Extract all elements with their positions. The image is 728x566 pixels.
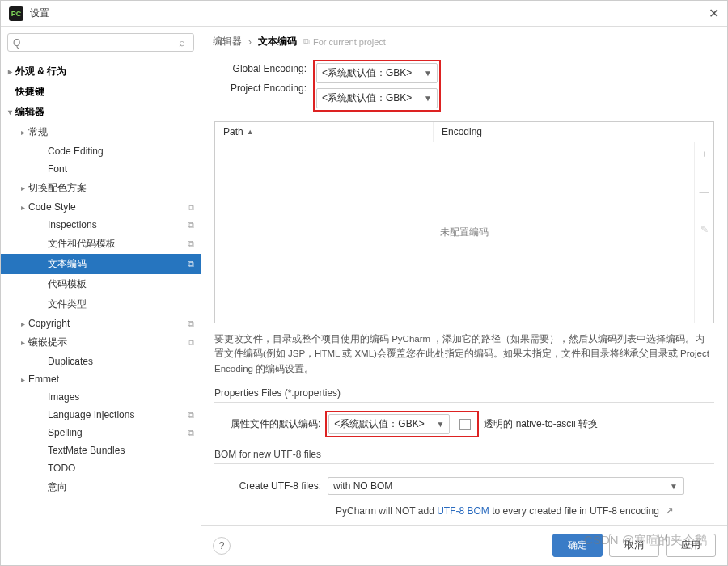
tree-item[interactable]: Duplicates	[1, 353, 201, 370]
scope-badge-icon: ⧉	[188, 202, 194, 213]
apply-button[interactable]: 应用	[666, 534, 716, 557]
encoding-highlight-box: <系统默认值：GBK> ▼ <系统默认值：GBK> ▼	[313, 60, 441, 112]
tree-item[interactable]: Inspections⧉	[1, 216, 201, 234]
tree-item[interactable]: 快捷键	[1, 82, 201, 102]
tree-item-label: Images	[48, 391, 194, 403]
tree-item-label: Spelling	[48, 427, 184, 438]
scope-badge-icon: ⧉	[188, 259, 194, 269]
tree-item[interactable]: ▸外观 & 行为	[1, 61, 201, 82]
tree-item[interactable]: ▸镶嵌提示⧉	[1, 332, 201, 353]
bom-note: PyCharm will NOT add UTF-8 BOM to every …	[214, 500, 714, 517]
tree-item[interactable]: 意向	[1, 477, 201, 497]
properties-highlight-box: <系统默认值：GBK> ▼	[325, 411, 479, 437]
tree-item-label: Copyright	[28, 318, 184, 329]
chevron-down-icon: ▼	[431, 420, 444, 429]
tree-item-label: 快捷键	[15, 85, 194, 99]
scope-badge-icon: ⧉	[188, 428, 194, 438]
remove-icon[interactable]: —	[700, 187, 709, 198]
tree-item-label: TODO	[48, 463, 194, 474]
project-encoding-label: Project Encoding:	[214, 82, 307, 94]
tree-item-label: Language Injections	[48, 409, 184, 420]
breadcrumb-current: 文本编码	[258, 35, 297, 49]
tree-item-label: 代码模板	[48, 277, 194, 291]
utf8-bom-link[interactable]: UTF-8 BOM	[437, 505, 489, 517]
tree-item-label: 文本编码	[48, 257, 184, 271]
breadcrumb-sep: ›	[248, 36, 252, 48]
tree-item[interactable]: ▸切换配色方案	[1, 178, 201, 198]
content-panel: 编辑器 › 文本编码 ⧉ For current project Global …	[201, 27, 727, 565]
project-encoding-dropdown[interactable]: <系统默认值：GBK> ▼	[316, 88, 438, 108]
tree-item[interactable]: ▸Copyright⧉	[1, 315, 201, 332]
tree-item[interactable]: Images	[1, 388, 201, 406]
tree-item[interactable]: 文件类型	[1, 294, 201, 315]
add-icon[interactable]: ＋	[700, 147, 709, 161]
create-utf8-dropdown[interactable]: with NO BOM ▼	[328, 477, 684, 495]
tree-item[interactable]: ▸Emmet	[1, 370, 201, 388]
tree-arrow-icon: ▸	[17, 319, 28, 328]
tree-item[interactable]: Code Editing	[1, 142, 201, 160]
search-input[interactable]	[23, 37, 179, 49]
tree-item-label: 常规	[28, 125, 194, 139]
edit-icon[interactable]: ✎	[700, 224, 709, 235]
scope-badge-icon: ⧉	[188, 337, 194, 348]
tree-item-label: 文件和代码模板	[48, 237, 184, 251]
tree-item-label: 文件类型	[48, 298, 194, 311]
scope-badge-icon: ⧉	[188, 220, 194, 230]
scope-badge-icon: ⧉	[188, 239, 194, 249]
titlebar: PC 设置 ✕	[1, 1, 727, 27]
close-icon[interactable]: ✕	[709, 6, 719, 21]
tree-item[interactable]: Spelling⧉	[1, 424, 201, 441]
cancel-button[interactable]: 取消	[609, 534, 659, 557]
tree-item[interactable]: ▸常规	[1, 122, 201, 142]
path-column-header[interactable]: Path ▲	[215, 122, 434, 142]
tree-item[interactable]: TODO	[1, 459, 201, 477]
properties-encoding-dropdown[interactable]: <系统默认值：GBK> ▼	[328, 414, 450, 434]
tree-item[interactable]: Language Injections⧉	[1, 406, 201, 424]
tree-item-label: Inspections	[48, 219, 184, 230]
create-utf8-label: Create UTF-8 files:	[231, 480, 328, 492]
breadcrumb-parent[interactable]: 编辑器	[213, 35, 242, 49]
help-icon[interactable]: ?	[213, 537, 231, 555]
app-icon: PC	[9, 6, 23, 21]
tree-item-label: TextMate Bundles	[48, 445, 194, 456]
tree-arrow-icon: ▸	[17, 203, 28, 212]
tree-item[interactable]: Font	[1, 160, 201, 178]
tree-item[interactable]: 文本编码⧉	[1, 254, 201, 274]
tree-item-label: 切换配色方案	[28, 181, 194, 195]
tree-arrow-icon: ▸	[17, 128, 28, 137]
encoding-table: Path ▲ Encoding 未配置编码 ＋ — ✎	[214, 121, 714, 323]
tree-item[interactable]: TextMate Bundles	[1, 441, 201, 459]
ok-button[interactable]: 确定	[552, 534, 603, 557]
chevron-down-icon: ▼	[419, 94, 432, 103]
tree-item-label: Code Editing	[48, 146, 194, 157]
external-link-icon[interactable]: ↗	[665, 505, 674, 517]
window-title: 设置	[30, 6, 49, 20]
tree-item-label: Emmet	[28, 374, 194, 385]
sidebar: Q ⌕ ▸外观 & 行为快捷键▾编辑器▸常规Code EditingFont▸切…	[1, 27, 201, 565]
native-to-ascii-checkbox[interactable]	[459, 419, 471, 430]
chevron-down-icon: ▼	[419, 69, 432, 78]
tree-item[interactable]: ▸Code Style⧉	[1, 198, 201, 216]
tree-item[interactable]: 文件和代码模板⧉	[1, 234, 201, 254]
tree-item-label: 编辑器	[15, 105, 194, 119]
search-input-wrapper[interactable]: Q ⌕	[7, 33, 194, 52]
bom-group-label: BOM for new UTF-8 files	[214, 449, 714, 460]
breadcrumb: 编辑器 › 文本编码 ⧉ For current project	[201, 27, 727, 53]
empty-table-text: 未配置编码	[440, 226, 489, 239]
copy-icon: ⧉	[303, 36, 310, 47]
sort-asc-icon: ▲	[247, 128, 254, 136]
tree-item-label: Code Style	[28, 201, 184, 213]
tree-item[interactable]: ▾编辑器	[1, 102, 201, 122]
encoding-column-header[interactable]: Encoding	[434, 122, 713, 142]
properties-default-label: 属性文件的默认编码:	[231, 417, 320, 431]
global-encoding-dropdown[interactable]: <系统默认值：GBK> ▼	[316, 63, 438, 83]
encoding-hint: 要更改文件，目录或整个项目使用的编码 PyCharm ，添加它的路径（如果需要）…	[214, 332, 714, 376]
tree-item[interactable]: 代码模板	[1, 274, 201, 294]
native-to-ascii-label: 透明的 native-to-ascii 转换	[484, 417, 598, 431]
tree-item-label: Font	[48, 163, 194, 175]
settings-tree: ▸外观 & 行为快捷键▾编辑器▸常规Code EditingFont▸切换配色方…	[1, 58, 201, 565]
tree-item-label: 镶嵌提示	[28, 336, 184, 349]
tree-item-label: Duplicates	[48, 356, 194, 367]
tree-arrow-icon: ▾	[4, 108, 15, 116]
filter-icon: Q	[13, 37, 20, 49]
